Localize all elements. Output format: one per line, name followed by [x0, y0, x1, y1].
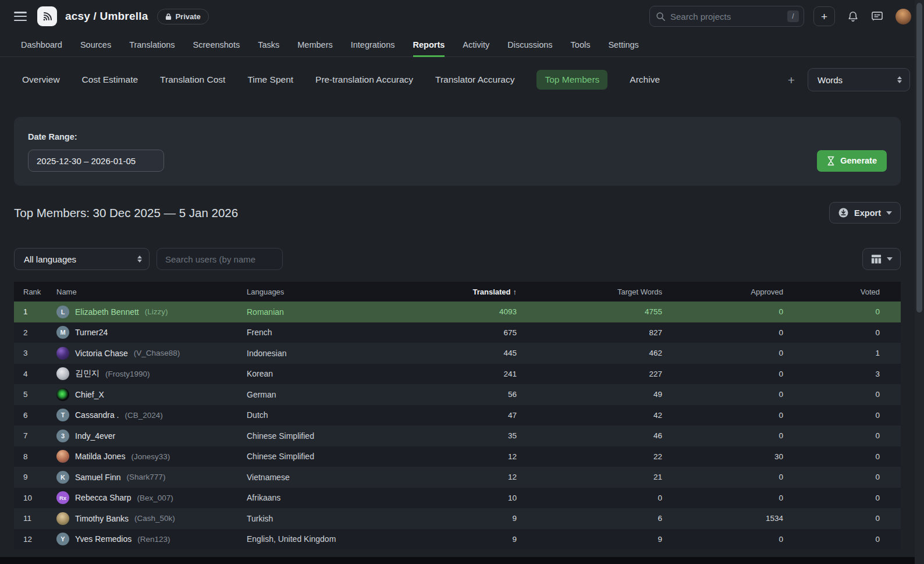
table-row[interactable]: 11 Timothy Banks (Cash_50k) Turkish 9 6 …: [14, 508, 901, 529]
up-down-arrows-icon: [897, 76, 902, 83]
messages-button[interactable]: [871, 10, 883, 22]
up-down-arrows-icon: [137, 256, 142, 263]
date-range-input[interactable]: [28, 150, 164, 172]
nav-tab-members[interactable]: Members: [297, 33, 332, 57]
report-tab-overview[interactable]: Overview: [22, 75, 60, 85]
search-shortcut-badge: /: [787, 10, 799, 22]
nav-tab-integrations[interactable]: Integrations: [351, 33, 395, 57]
member-name[interactable]: Yves Remedios: [75, 534, 132, 544]
unit-select[interactable]: Words: [808, 68, 910, 91]
nav-tab-tasks[interactable]: Tasks: [258, 33, 279, 57]
rank-cell: 7: [14, 431, 56, 440]
member-name[interactable]: Matilda Jones: [75, 452, 125, 461]
member-name[interactable]: 김민지: [75, 368, 99, 379]
column-header-languages[interactable]: Languages: [247, 288, 445, 296]
translated-cell: 9: [445, 514, 538, 523]
translated-cell: 12: [445, 452, 538, 461]
app-logo[interactable]: [37, 6, 57, 26]
report-tab-cost-estimate[interactable]: Cost Estimate: [82, 75, 138, 85]
column-header-approved[interactable]: Approved: [683, 288, 804, 296]
report-tab-pre-translation-accuracy[interactable]: Pre-translation Accuracy: [315, 75, 413, 85]
nav-tab-sources[interactable]: Sources: [80, 33, 111, 57]
member-username: (CB_2024): [125, 411, 162, 420]
member-name[interactable]: Indy_4ever: [75, 431, 115, 441]
nav-tab-activity[interactable]: Activity: [463, 33, 489, 57]
member-username: (Cash_50k): [134, 514, 175, 523]
hamburger-icon[interactable]: [14, 12, 27, 21]
date-range-label: Date Range:: [28, 132, 887, 141]
member-name[interactable]: Cassandra .: [75, 410, 119, 420]
nav-tab-translations[interactable]: Translations: [129, 33, 175, 57]
table-row[interactable]: 3 Victoria Chase (V_Chase88) Indonesian …: [14, 343, 901, 364]
export-button-label: Export: [854, 208, 881, 218]
column-header-voted[interactable]: Voted: [804, 288, 901, 296]
member-name[interactable]: Elizabeth Bennett: [75, 307, 139, 317]
nav-tab-tools[interactable]: Tools: [571, 33, 591, 57]
page-scrollbar[interactable]: [915, 0, 924, 564]
member-name[interactable]: Chief_X: [75, 390, 104, 399]
column-header-name[interactable]: Name: [56, 288, 247, 296]
language-filter-select[interactable]: All languages: [14, 248, 150, 270]
nav-tab-settings[interactable]: Settings: [608, 33, 638, 57]
user-avatar[interactable]: [895, 9, 911, 24]
member-name[interactable]: Timothy Banks: [75, 514, 129, 523]
private-badge-label: Private: [175, 12, 200, 21]
generate-button[interactable]: Generate: [817, 150, 887, 172]
languages-cell: English, United Kingdom: [247, 534, 445, 544]
member-cell: 김민지 (Frosty1990): [56, 367, 247, 380]
table-row[interactable]: 2 M Turner24 French 675 827 0 0: [14, 322, 901, 343]
notifications-button[interactable]: [847, 10, 859, 23]
table-row[interactable]: 6 T Cassandra . (CB_2024) Dutch 47 42 0 …: [14, 405, 901, 426]
translated-cell: 445: [445, 349, 538, 357]
member-name[interactable]: Samuel Finn: [75, 473, 121, 482]
report-tab-translator-accuracy[interactable]: Translator Accuracy: [435, 75, 514, 85]
table-row[interactable]: 1 L Elizabeth Bennett (Lizzy) Romanian 4…: [14, 301, 901, 322]
rank-cell: 10: [14, 494, 56, 502]
report-tab-archive[interactable]: Archive: [630, 75, 660, 85]
table-row[interactable]: 8 Matilda Jones (Jonesy33) Chinese Simpl…: [14, 446, 901, 467]
member-cell: Matilda Jones (Jonesy33): [56, 450, 247, 463]
language-filter-value: All languages: [24, 254, 137, 264]
export-button[interactable]: Export: [829, 202, 901, 224]
rank-cell: 3: [14, 349, 56, 357]
voted-cell: 0: [804, 307, 901, 316]
target-words-cell: 6: [538, 514, 683, 523]
column-header-rank[interactable]: Rank: [14, 288, 56, 296]
member-avatar: [56, 388, 69, 401]
table-row[interactable]: 4 김민지 (Frosty1990) Korean 241 227 0 3: [14, 364, 901, 385]
nav-tab-dashboard[interactable]: Dashboard: [21, 33, 62, 57]
member-name[interactable]: Rebecca Sharp: [75, 493, 132, 502]
member-name[interactable]: Victoria Chase: [75, 349, 128, 358]
nav-tab-discussions[interactable]: Discussions: [507, 33, 552, 57]
user-search-input[interactable]: [157, 248, 283, 270]
column-header-target-words[interactable]: Target Words: [538, 288, 683, 296]
table-row[interactable]: 5 Chief_X German 56 49 0 0: [14, 384, 901, 405]
search-input[interactable]: [670, 12, 783, 22]
column-header-translated[interactable]: Translated↑: [445, 288, 538, 296]
table-row[interactable]: 7 3 Indy_4ever Chinese Simplified 35 46 …: [14, 425, 901, 446]
rank-cell: 12: [14, 535, 56, 544]
scrollbar-thumb[interactable]: [916, 3, 922, 313]
columns-settings-button[interactable]: [862, 248, 901, 270]
member-username: (Shark777): [127, 473, 166, 481]
member-name[interactable]: Turner24: [75, 328, 108, 337]
create-project-button[interactable]: +: [813, 6, 835, 26]
table-row[interactable]: 12 Y Yves Remedios (Ren123) English, Uni…: [14, 529, 901, 550]
add-report-button[interactable]: +: [788, 74, 795, 86]
translated-cell: 4093: [445, 307, 538, 316]
report-tab-time-spent[interactable]: Time Spent: [247, 75, 293, 85]
nav-tab-reports[interactable]: Reports: [413, 33, 445, 57]
report-tab-top-members[interactable]: Top Members: [536, 70, 607, 90]
nav-tab-screenshots[interactable]: Screenshots: [193, 33, 240, 57]
report-tab-translation-cost[interactable]: Translation Cost: [160, 75, 225, 85]
project-search[interactable]: /: [649, 6, 804, 27]
translated-cell: 675: [445, 328, 538, 337]
approved-cell: 30: [683, 452, 804, 461]
date-range-panel: Date Range: Generate: [14, 117, 901, 186]
table-row[interactable]: 10 Rx Rebecca Sharp (Bex_007) Afrikaans …: [14, 488, 901, 509]
project-nav: DashboardSourcesTranslationsScreenshotsT…: [0, 33, 924, 57]
logo-swirl-icon: [40, 9, 54, 23]
table-row[interactable]: 9 K Samuel Finn (Shark777) Vietnamese 12…: [14, 467, 901, 488]
report-tabs: OverviewCost EstimateTranslation CostTim…: [22, 70, 788, 90]
member-username: (Frosty1990): [105, 370, 150, 378]
